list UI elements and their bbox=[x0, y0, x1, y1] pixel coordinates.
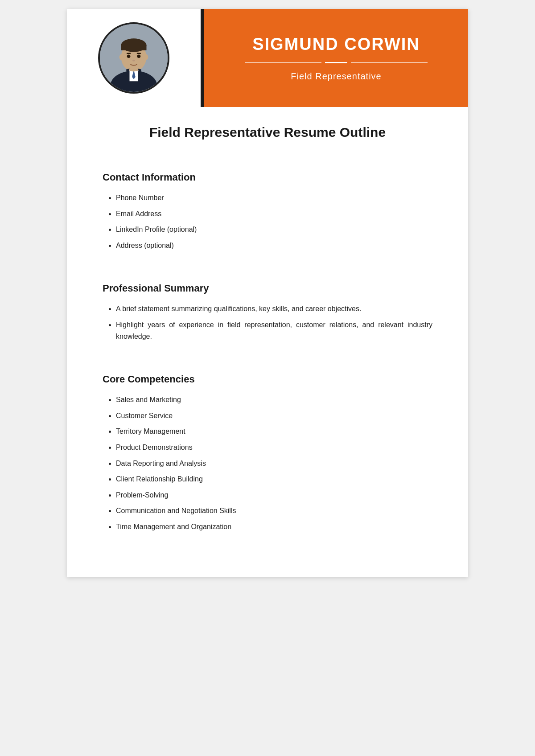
list-item: Phone Number bbox=[116, 192, 432, 204]
svg-point-10 bbox=[127, 54, 131, 58]
header-right: SIGMUND CORWIN Field Representative bbox=[204, 9, 468, 107]
list-item: Problem-Solving bbox=[116, 489, 432, 501]
main-content: Field Representative Resume Outline Cont… bbox=[67, 107, 468, 577]
svg-rect-12 bbox=[127, 53, 131, 54]
list-item: Email Address bbox=[116, 208, 432, 220]
svg-rect-13 bbox=[137, 53, 141, 54]
header-name: SIGMUND CORWIN bbox=[252, 35, 420, 54]
list-item: Customer Service bbox=[116, 410, 432, 422]
list-item: Product Demonstrations bbox=[116, 442, 432, 453]
section-contact-title: Contact Information bbox=[103, 172, 432, 183]
header-divider-line bbox=[245, 62, 428, 63]
list-item: Highlight years of experience in field r… bbox=[116, 319, 432, 342]
list-item: Sales and Marketing bbox=[116, 394, 432, 406]
header-left bbox=[67, 9, 201, 107]
header-title: Field Representative bbox=[291, 71, 381, 82]
page-title: Field Representative Resume Outline bbox=[103, 125, 432, 140]
list-item: Data Reporting and Analysis bbox=[116, 458, 432, 469]
summary-list: A brief statement summarizing qualificat… bbox=[103, 303, 432, 342]
section-competencies: Core Competencies Sales and Marketing Cu… bbox=[103, 360, 432, 532]
list-item: A brief statement summarizing qualificat… bbox=[116, 303, 432, 315]
section-competencies-title: Core Competencies bbox=[103, 374, 432, 385]
section-contact: Contact Information Phone Number Email A… bbox=[103, 158, 432, 251]
header: SIGMUND CORWIN Field Representative bbox=[67, 9, 468, 107]
resume-page: SIGMUND CORWIN Field Representative Fiel… bbox=[67, 9, 468, 577]
svg-point-11 bbox=[137, 54, 141, 58]
avatar-image bbox=[100, 24, 168, 92]
list-item: LinkedIn Profile (optional) bbox=[116, 224, 432, 235]
contact-list: Phone Number Email Address LinkedIn Prof… bbox=[103, 192, 432, 251]
list-item: Territory Management bbox=[116, 426, 432, 437]
avatar bbox=[98, 22, 169, 94]
list-item: Client Relationship Building bbox=[116, 473, 432, 485]
avatar-container bbox=[98, 22, 169, 94]
svg-rect-7 bbox=[121, 45, 147, 50]
list-item: Address (optional) bbox=[116, 240, 432, 251]
divider-dot bbox=[325, 62, 347, 63]
competencies-list: Sales and Marketing Customer Service Ter… bbox=[103, 394, 432, 532]
list-item: Time Management and Organization bbox=[116, 521, 432, 533]
svg-point-14 bbox=[132, 60, 135, 62]
svg-point-9 bbox=[144, 54, 148, 60]
list-item: Communication and Negotiation Skills bbox=[116, 505, 432, 517]
svg-point-8 bbox=[119, 54, 124, 60]
section-summary-title: Professional Summary bbox=[103, 283, 432, 294]
section-summary: Professional Summary A brief statement s… bbox=[103, 269, 432, 342]
header-vertical-divider bbox=[201, 9, 204, 107]
